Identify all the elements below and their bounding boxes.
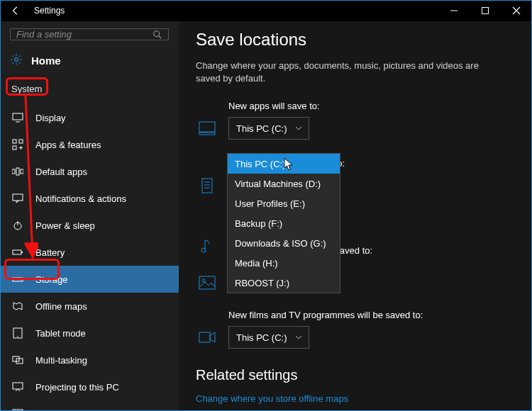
setting-row-apps: New apps will save to: This PC (C:) — [196, 101, 515, 140]
dropdown-item[interactable]: RBOOST (J:) — [228, 273, 340, 293]
sidebar-item-offline-maps[interactable]: Offline maps — [0, 293, 179, 320]
sidebar-item-label: Tablet mode — [35, 328, 86, 339]
sidebar-item-label: Offline maps — [35, 301, 87, 312]
maximize-button[interactable] — [470, 0, 501, 21]
svg-rect-1 — [482, 8, 489, 14]
sidebar-item-battery[interactable]: Battery — [0, 239, 179, 266]
page-description: Change where your apps, documents, music… — [196, 60, 494, 85]
window-title: Settings — [31, 6, 65, 16]
sidebar-item-label: Power & sleep — [35, 220, 95, 231]
display-icon — [11, 111, 24, 124]
sidebar-item-label: Default apps — [35, 167, 87, 177]
svg-line-12 — [19, 55, 21, 57]
nav-list: Display Apps & features Default apps Not… — [0, 104, 179, 411]
home-label: Home — [31, 55, 61, 67]
dropdown-item[interactable]: User Profiles (E:) — [228, 193, 340, 213]
dropdown-item[interactable]: Downloads & ISO (G:) — [228, 233, 340, 253]
svg-point-2 — [154, 30, 160, 36]
chevron-down-icon — [294, 125, 303, 132]
svg-point-29 — [20, 279, 21, 281]
sidebar-item-label: Notifications & actions — [35, 193, 126, 204]
titlebar: Settings — [0, 0, 532, 21]
storage-icon — [11, 273, 24, 286]
setting-row-films: New films and TV programmes will be save… — [196, 310, 515, 349]
sidebar-item-multitasking[interactable]: Multi-tasking — [0, 347, 179, 373]
svg-rect-38 — [199, 133, 215, 135]
films-location-select[interactable]: This PC (C:) — [228, 326, 309, 349]
sidebar-item-label: Apps & features — [35, 140, 101, 150]
documents-location-dropdown: This PC (C:) Virtual Machines (D:) User … — [227, 153, 340, 293]
sidebar-item-default-apps[interactable]: Default apps — [0, 158, 179, 185]
svg-rect-23 — [13, 194, 23, 201]
chevron-down-icon — [294, 334, 303, 341]
sidebar-item-storage[interactable]: Storage — [0, 266, 179, 293]
svg-rect-13 — [13, 113, 23, 120]
dropdown-item[interactable]: This PC (C:) — [228, 154, 340, 174]
sidebar-item-tablet-mode[interactable]: Tablet mode — [0, 320, 179, 347]
sidebar-item-label: Multi-tasking — [35, 355, 87, 366]
search-icon — [147, 30, 168, 40]
maps-icon — [11, 300, 24, 313]
sidebar-item-display[interactable]: Display — [0, 104, 179, 131]
notifications-icon — [11, 192, 24, 205]
svg-point-45 — [202, 279, 205, 282]
svg-rect-21 — [16, 168, 19, 175]
sidebar-item-apps-websites[interactable]: Apps for websites — [0, 400, 179, 411]
svg-rect-28 — [13, 278, 23, 281]
home-button[interactable]: Home — [0, 47, 179, 77]
page-title: Save locations — [196, 30, 515, 50]
sidebar-item-label: Apps for websites — [35, 409, 109, 412]
select-value: This PC (C:) — [236, 332, 287, 343]
svg-rect-39 — [202, 179, 212, 193]
battery-icon — [11, 246, 24, 259]
related-link-offline-maps[interactable]: Change where you store offline maps — [196, 393, 515, 404]
multitask-icon — [11, 354, 24, 366]
dropdown-item[interactable]: Backup (F:) — [228, 213, 340, 233]
sidebar-item-projecting[interactable]: Projecting to this PC — [0, 373, 179, 400]
gear-icon — [10, 53, 23, 68]
default-apps-icon — [11, 165, 24, 178]
back-button[interactable] — [0, 0, 31, 21]
search-box[interactable] — [10, 28, 169, 40]
svg-rect-20 — [12, 169, 15, 174]
minimize-button[interactable] — [438, 0, 470, 21]
svg-rect-16 — [19, 140, 23, 143]
svg-point-31 — [17, 336, 18, 337]
svg-rect-44 — [199, 276, 215, 289]
dropdown-item[interactable]: Virtual Machines (D:) — [228, 174, 340, 193]
sidebar-item-apps-features[interactable]: Apps & features — [0, 131, 179, 158]
video-type-icon — [196, 329, 218, 346]
picture-type-icon — [196, 274, 218, 291]
related-heading: Related settings — [196, 367, 515, 383]
sidebar-item-label: Projecting to this PC — [35, 382, 119, 393]
category-heading: System — [0, 77, 179, 104]
setting-caption: New films and TV programmes will be save… — [196, 310, 515, 320]
sidebar-item-power-sleep[interactable]: Power & sleep — [0, 212, 179, 239]
music-type-icon — [196, 237, 218, 254]
svg-line-3 — [159, 35, 162, 38]
svg-rect-46 — [199, 332, 210, 342]
sidebar-item-label: Storage — [35, 274, 68, 285]
svg-rect-17 — [13, 146, 16, 150]
svg-line-9 — [12, 55, 13, 57]
close-button[interactable] — [501, 0, 532, 21]
svg-line-10 — [19, 62, 21, 64]
tablet-icon — [11, 327, 24, 339]
search-input[interactable] — [11, 29, 147, 40]
related-settings: Related settings Change where you store … — [196, 367, 515, 404]
select-value: This PC (C:) — [236, 123, 287, 134]
svg-line-11 — [12, 62, 13, 64]
svg-point-4 — [15, 58, 18, 62]
document-type-icon — [196, 177, 218, 194]
project-icon — [11, 381, 24, 393]
dropdown-item[interactable]: Media (H:) — [228, 253, 340, 273]
sidebar-item-notifications[interactable]: Notifications & actions — [0, 185, 179, 212]
svg-rect-15 — [13, 140, 16, 143]
svg-rect-37 — [199, 122, 215, 132]
svg-rect-27 — [21, 252, 23, 253]
apps-location-select[interactable]: This PC (C:) — [228, 117, 309, 140]
apps-type-icon — [196, 120, 218, 137]
apps-web-icon — [11, 407, 24, 411]
setting-caption: New apps will save to: — [196, 101, 515, 111]
sidebar-item-label: Battery — [35, 247, 65, 258]
